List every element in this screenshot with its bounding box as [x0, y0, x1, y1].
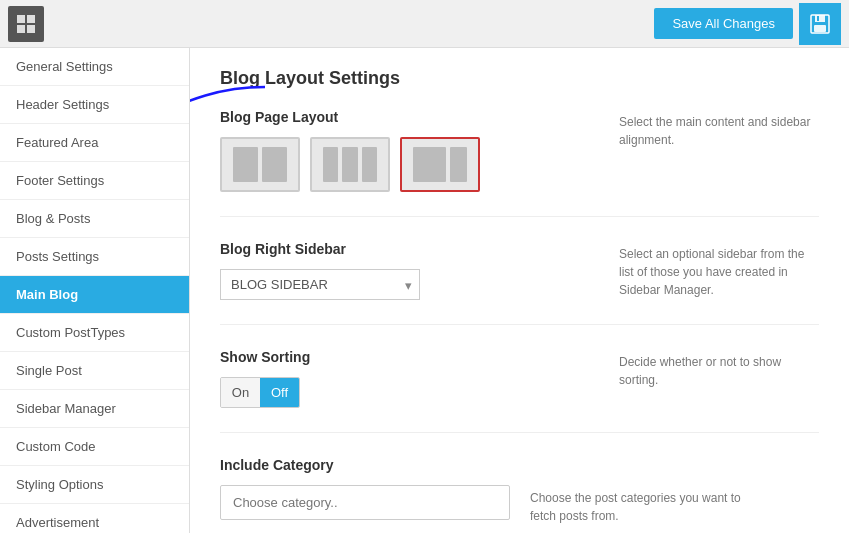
sidebar-item-custom-posttypes[interactable]: Custom PostTypes: [0, 314, 189, 352]
show-sorting-description: Decide whether or not to show sorting.: [619, 355, 781, 387]
blog-page-layout-left: Blog Page Layout: [220, 109, 599, 192]
main-layout: General Settings Header Settings Feature…: [0, 48, 849, 533]
sidebar-item-main-blog[interactable]: Main Blog: [0, 276, 189, 314]
app-logo: [8, 6, 44, 42]
sidebar-item-header-settings[interactable]: Header Settings: [0, 86, 189, 124]
sidebar-item-custom-code[interactable]: Custom Code: [0, 428, 189, 466]
blog-page-layout-row: Blog Page Layout: [220, 109, 819, 217]
blog-page-layout-label: Blog Page Layout: [220, 109, 599, 125]
include-category-section: Include Category Choose the post categor…: [220, 457, 819, 533]
sidebar-select[interactable]: BLOG SIDEBAR Default Sidebar Footer Side…: [220, 269, 420, 300]
blog-right-sidebar-left: Blog Right Sidebar BLOG SIDEBAR Default …: [220, 241, 599, 300]
include-category-description: Choose the post categories you want to f…: [530, 485, 750, 525]
svg-rect-0: [17, 15, 25, 23]
svg-rect-3: [27, 25, 35, 33]
svg-rect-5: [815, 15, 825, 22]
sidebar-item-footer-settings[interactable]: Footer Settings: [0, 162, 189, 200]
layout-options: [220, 137, 599, 192]
save-icon: [809, 13, 831, 35]
toggle-group: On Off: [220, 377, 300, 408]
sidebar: General Settings Header Settings Feature…: [0, 48, 190, 533]
svg-rect-6: [814, 25, 826, 32]
blog-right-sidebar-right: Select an optional sidebar from the list…: [599, 241, 819, 299]
layout-option-2[interactable]: [310, 137, 390, 192]
show-sorting-right: Decide whether or not to show sorting.: [599, 349, 819, 389]
toggle-off-button[interactable]: Off: [260, 378, 299, 407]
svg-rect-1: [27, 15, 35, 23]
content-area: Blog Layout Settings Blog Page Layout: [190, 48, 849, 533]
sidebar-item-general-settings[interactable]: General Settings: [0, 48, 189, 86]
category-input[interactable]: [220, 485, 510, 520]
blog-page-layout-description: Select the main content and sidebar alig…: [619, 115, 810, 147]
show-sorting-row: Show Sorting On Off Decide whether or no…: [220, 349, 819, 433]
blog-right-sidebar-row: Blog Right Sidebar BLOG SIDEBAR Default …: [220, 241, 819, 325]
blog-right-sidebar-label: Blog Right Sidebar: [220, 241, 599, 257]
section-title: Blog Layout Settings: [220, 68, 819, 89]
include-category-label: Include Category: [220, 457, 819, 473]
sidebar-item-advertisement[interactable]: Advertisement: [0, 504, 189, 533]
toggle-on-button[interactable]: On: [221, 378, 260, 407]
svg-rect-2: [17, 25, 25, 33]
include-category-row: Choose the post categories you want to f…: [220, 485, 819, 525]
svg-rect-7: [817, 16, 819, 21]
save-icon-button[interactable]: [799, 3, 841, 45]
sidebar-select-wrapper: BLOG SIDEBAR Default Sidebar Footer Side…: [220, 269, 420, 300]
layout-option-3[interactable]: [400, 137, 480, 192]
sidebar-item-sidebar-manager[interactable]: Sidebar Manager: [0, 390, 189, 428]
sidebar-item-blog-posts[interactable]: Blog & Posts: [0, 200, 189, 238]
blog-right-sidebar-description: Select an optional sidebar from the list…: [619, 247, 804, 297]
save-all-button[interactable]: Save All Changes: [654, 8, 793, 39]
sidebar-item-styling-options[interactable]: Styling Options: [0, 466, 189, 504]
show-sorting-left: Show Sorting On Off: [220, 349, 599, 408]
sidebar-item-single-post[interactable]: Single Post: [0, 352, 189, 390]
sidebar-item-posts-settings[interactable]: Posts Settings: [0, 238, 189, 276]
layout-option-1[interactable]: [220, 137, 300, 192]
show-sorting-label: Show Sorting: [220, 349, 599, 365]
top-bar: Save All Changes: [0, 0, 849, 48]
sidebar-item-featured-area[interactable]: Featured Area: [0, 124, 189, 162]
blog-page-layout-right: Select the main content and sidebar alig…: [599, 109, 819, 149]
